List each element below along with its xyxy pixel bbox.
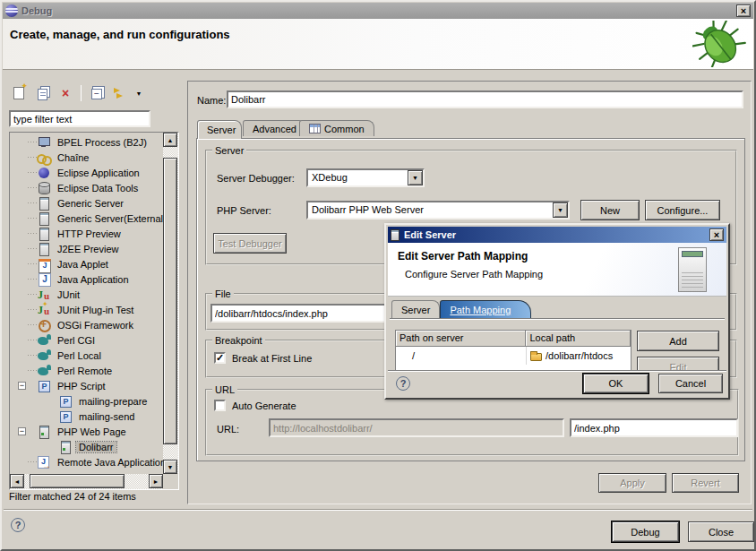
tree-item-label: Java Applet [55,259,111,270]
window-close-button[interactable]: × [736,4,751,17]
edit-server-titlebar-icon [391,229,399,241]
tree-item-junit[interactable]: JUnit [10,287,163,302]
scroll-right-button[interactable]: ► [149,474,163,488]
horizontal-scroll-thumb[interactable] [30,474,125,488]
break-first-line-checkbox[interactable]: ✓ [214,352,226,364]
duplicate-configuration-button[interactable] [32,83,52,103]
apply-button[interactable]: Apply [598,473,666,493]
tree-toolbar: × ▼ [9,82,144,104]
column-local-path[interactable]: Local path [526,331,631,347]
edit-server-titlebar[interactable]: Edit Server × [388,227,726,243]
common-tab-icon [309,124,321,133]
tree-item-php-script[interactable]: −PHP Script [10,378,163,393]
tree-item-label: BPEL Process (B2J) [55,137,150,148]
delete-configuration-button[interactable]: × [56,83,75,103]
auto-generate-label: Auto Generate [232,400,296,411]
breakpoint-group-legend: Breakpoint [212,335,265,346]
tree-connector [28,202,37,203]
tree-item-generic-server-external-la[interactable]: Generic Server(External La [10,211,163,226]
filter-input-wrap [9,110,150,127]
scroll-up-button[interactable]: ▲ [163,133,177,147]
tree-horizontal-scrollbar[interactable]: ◄ ► [10,474,163,489]
scroll-down-button[interactable]: ▼ [163,460,177,474]
tab-advanced[interactable]: Advanced [243,120,306,136]
vertical-scroll-thumb[interactable] [163,158,177,444]
help-button[interactable]: ? [11,518,25,532]
cancel-button[interactable]: Cancel [658,374,723,393]
tree-item-perl-local[interactable]: Perl Local [10,348,163,363]
php-web-page-icon [37,425,51,439]
test-debugger-button[interactable]: Test Debugger [213,233,287,254]
cell-local-path: /dolibarr/htdocs [527,350,613,361]
tree-item-label: Perl Local [55,350,104,361]
tree-item-mailing-prepare[interactable]: mailing-prepare [10,393,163,409]
configure-server-button[interactable]: Configure... [645,200,720,220]
new-configuration-button[interactable] [9,83,29,103]
column-path-on-server[interactable]: Path on server [396,331,526,347]
toolbar-menu-button[interactable]: ▼ [133,83,144,103]
filter-status-text: Filter matched 24 of 24 items [9,491,136,502]
debug-button[interactable]: Debug [612,521,679,542]
php-server-dropdown-icon[interactable]: ▼ [553,202,568,218]
dialog-help-button[interactable]: ? [396,376,410,391]
tree-item-label: HTTP Preview [55,228,124,239]
add-mapping-button[interactable]: Add [637,331,719,351]
filter-input[interactable] [11,112,149,125]
auto-generate-checkbox[interactable] [214,400,226,411]
tree-vertical-scrollbar[interactable]: ▲ ▼ [163,133,178,474]
collapse-node-icon[interactable]: − [18,427,26,435]
tree-item-eclipse-application[interactable]: Eclipse Application [10,165,163,180]
php-server-combo[interactable]: Dolibarr PHP Web Server ▼ [306,201,570,220]
tree-item-cha-ne[interactable]: Chaîne [10,150,163,165]
path-mapping-table[interactable]: Path on server Local path / /dolibarr/ht… [395,330,631,374]
dialog-tab-server[interactable]: Server [391,300,440,318]
configurations-tree-panel: BPEL Process (B2J)ChaîneEclipse Applicat… [9,132,179,490]
tree-item-dolibarr[interactable]: Dolibarr [10,439,163,454]
local-path-text: /dolibarr/htdocs [546,350,613,361]
edit-server-close-button[interactable]: × [709,228,724,241]
tree-item-php-web-page[interactable]: −PHP Web Page [10,424,163,439]
collapse-node-icon[interactable]: − [18,382,26,390]
ok-button[interactable]: OK [583,374,649,393]
close-button[interactable]: Close [688,521,754,542]
server-debugger-dropdown-icon[interactable]: ▼ [408,170,423,185]
osgi-framework-icon [37,318,51,332]
tree-item-perl-remote[interactable]: Perl Remote [10,363,163,378]
revert-button[interactable]: Revert [672,473,739,493]
dialog-tab-path-mapping[interactable]: Path Mapping [440,300,531,318]
filter-launch-button[interactable] [110,83,130,103]
tree-item-junit-plug-in-test[interactable]: ✦JUnit Plug-in Test [10,302,163,317]
php-server-value: Dolibarr PHP Web Server [312,204,424,215]
dialog-tab-server-label: Server [401,305,430,315]
tree-item-perl-cgi[interactable]: Perl CGI [10,332,163,348]
tree-item-java-applet[interactable]: Java Applet [10,256,163,271]
url-path-input[interactable] [571,420,736,435]
tree-item-java-application[interactable]: Java Application [10,271,163,287]
http-preview-icon [37,227,51,241]
config-tree: BPEL Process (B2J)ChaîneEclipse Applicat… [10,134,163,474]
tab-common[interactable]: Common [299,120,374,136]
tree-item-osgi-framework[interactable]: OSGi Framework [10,317,163,332]
table-row[interactable]: / /dolibarr/htdocs [396,347,631,365]
tree-item-j2ee-preview[interactable]: J2EE Preview [10,241,163,256]
tree-item-label: Perl CGI [55,335,98,346]
collapse-all-button[interactable] [87,83,107,103]
tree-item-eclipse-data-tools[interactable]: Eclipse Data Tools [10,180,163,195]
server-debugger-combo[interactable]: XDebug ▼ [306,168,425,187]
tree-item-http-preview[interactable]: HTTP Preview [10,226,163,241]
tree-item-remote-java-application[interactable]: Remote Java Application [10,454,163,469]
edit-server-subheading: Configure Server Path Mapping [388,263,726,280]
tree-item-bpel-process-b2j[interactable]: BPEL Process (B2J) [10,134,163,150]
window-titlebar[interactable]: Debug × [3,3,753,19]
tree-item-mailing-send[interactable]: mailing-send [10,409,163,424]
dialog-button-bar: ? OK Cancel [388,370,726,396]
tab-server[interactable]: Server [197,120,242,139]
spark-icon: ✦ [42,300,48,308]
tree-connector [28,172,37,173]
dialog-tab-path-mapping-label: Path Mapping [450,305,511,315]
new-server-button[interactable]: New [580,200,640,220]
tree-item-label: Remote Java Application [55,457,163,468]
scroll-left-button[interactable]: ◄ [10,474,24,488]
name-input[interactable] [228,92,742,107]
tree-item-generic-server[interactable]: Generic Server [10,195,163,211]
